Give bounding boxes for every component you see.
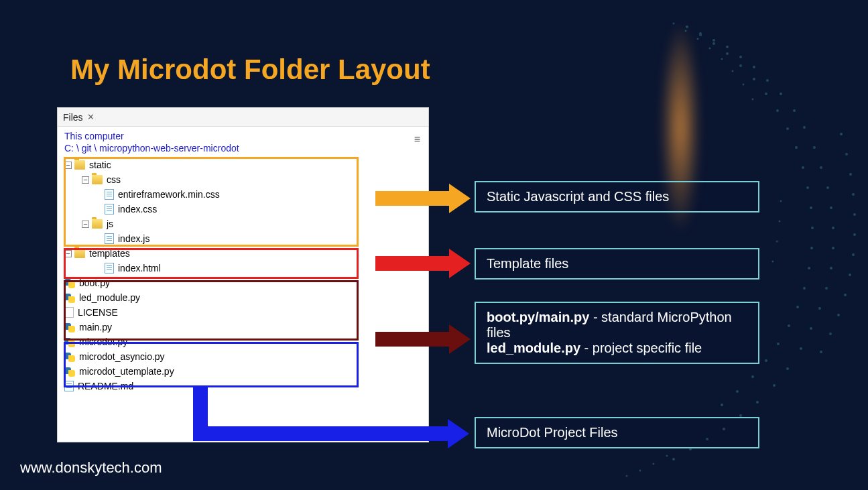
svg-point-76 (844, 294, 847, 296)
tree-file-entireframework[interactable]: entireframework.min.css (58, 187, 428, 202)
panel-tab-bar: Files ✕ (58, 108, 428, 127)
tree-file-microdot[interactable]: microdot.py (58, 334, 428, 349)
svg-point-66 (776, 241, 778, 243)
tree-label: entireframework.min.css (118, 189, 220, 200)
file-icon (105, 189, 114, 200)
tree-file-microdot-utemplate[interactable]: microdot_utemplate.py (58, 364, 428, 379)
callout-microdot: MicroDot Project Files (475, 417, 759, 448)
svg-point-63 (626, 475, 628, 477)
svg-point-68 (840, 133, 843, 135)
tree-label: main.py (79, 322, 112, 332)
svg-point-42 (810, 247, 813, 249)
python-icon (64, 351, 75, 362)
svg-point-28 (686, 25, 688, 28)
collapse-icon[interactable]: − (64, 250, 72, 257)
tree-folder-templates[interactable]: −templates (58, 246, 428, 261)
svg-point-15 (830, 267, 832, 269)
close-icon[interactable]: ✕ (87, 112, 95, 122)
svg-point-46 (788, 324, 790, 327)
folder-icon (74, 160, 85, 170)
svg-point-17 (818, 307, 821, 310)
svg-point-55 (709, 48, 711, 50)
callout-text: - project specific file (580, 341, 702, 355)
svg-point-21 (773, 384, 776, 387)
svg-point-13 (832, 227, 834, 229)
panel-header: This computer C: \ git \ micropython-web… (58, 127, 428, 155)
callout-text: Static Javascript and CSS files (487, 189, 669, 204)
svg-point-62 (639, 470, 641, 472)
svg-point-18 (810, 327, 812, 330)
tree-label: README.md (78, 381, 133, 391)
svg-point-56 (721, 58, 723, 60)
svg-point-69 (845, 153, 848, 156)
svg-point-65 (779, 221, 781, 223)
file-icon (105, 233, 114, 244)
svg-point-43 (808, 267, 810, 269)
tree-file-license[interactable]: LICENSE (58, 305, 428, 320)
tree-label: css (107, 174, 121, 185)
svg-point-60 (666, 455, 668, 457)
svg-point-70 (849, 173, 852, 176)
svg-point-50 (736, 390, 739, 393)
footer-url: www.donskytech.com (20, 459, 162, 477)
tree-file-indexcss[interactable]: index.css (58, 202, 428, 217)
svg-point-33 (753, 78, 755, 80)
svg-point-53 (685, 30, 687, 32)
callout-bold: led_module.py (487, 341, 580, 355)
svg-point-57 (732, 70, 734, 72)
tree-label: index.html (118, 263, 161, 273)
svg-point-22 (756, 401, 759, 404)
tree-label: microdot_asyncio.py (79, 351, 165, 362)
file-icon (105, 263, 114, 273)
files-tab-label: Files (63, 112, 83, 123)
tree-label: microdot.py (79, 336, 127, 347)
tree-label: js (107, 219, 113, 229)
svg-point-2 (726, 46, 729, 48)
tree-file-indexhtml[interactable]: index.html (58, 261, 428, 275)
tree-file-mainpy[interactable]: main.py (58, 320, 428, 334)
tree-file-readme[interactable]: README.md (58, 379, 428, 393)
tree-file-ledmodule[interactable]: led_module.py (58, 290, 428, 305)
svg-point-41 (811, 227, 814, 229)
callout-bold: boot.py/main.py (487, 310, 589, 324)
collapse-icon[interactable]: − (82, 176, 89, 184)
tree-file-microdot-asyncio[interactable]: microdot_asyncio.py (58, 349, 428, 364)
svg-point-11 (826, 186, 829, 189)
file-icon (64, 307, 74, 318)
svg-point-73 (853, 233, 856, 236)
tree-file-indexjs[interactable]: index.js (58, 231, 428, 246)
tree-label: LICENSE (78, 307, 118, 318)
svg-point-1 (712, 39, 715, 42)
svg-point-49 (751, 375, 754, 378)
svg-point-37 (795, 146, 798, 149)
svg-point-52 (673, 23, 675, 25)
svg-point-61 (653, 463, 655, 465)
collapse-icon[interactable]: − (82, 221, 89, 228)
python-icon (64, 336, 75, 347)
svg-point-8 (803, 126, 806, 129)
svg-point-6 (780, 93, 782, 95)
computer-label[interactable]: This computer (64, 131, 422, 141)
file-icon (105, 204, 114, 215)
collapse-icon[interactable]: − (64, 162, 72, 169)
tree-label: static (89, 160, 111, 170)
folder-icon (74, 249, 85, 258)
svg-point-31 (726, 52, 729, 55)
tree-folder-js[interactable]: −js (58, 217, 428, 231)
svg-point-7 (793, 109, 796, 112)
tree-label: microdot_utemplate.py (79, 366, 174, 377)
tree-file-bootpy[interactable]: boot.py (58, 275, 428, 290)
svg-point-47 (777, 343, 780, 345)
svg-point-35 (776, 109, 779, 112)
tree-folder-css[interactable]: −css (58, 172, 428, 187)
files-tab[interactable]: Files ✕ (63, 112, 95, 123)
folder-icon (92, 175, 103, 184)
svg-point-14 (832, 247, 834, 249)
hamburger-icon[interactable]: ≡ (414, 133, 420, 145)
python-icon (64, 322, 75, 332)
svg-point-34 (765, 93, 767, 95)
svg-point-71 (852, 193, 855, 196)
tree-folder-static[interactable]: −static (58, 158, 428, 172)
path-breadcrumb[interactable]: C: \ git \ micropython-web-server-microd… (64, 143, 422, 154)
svg-point-45 (796, 306, 799, 308)
